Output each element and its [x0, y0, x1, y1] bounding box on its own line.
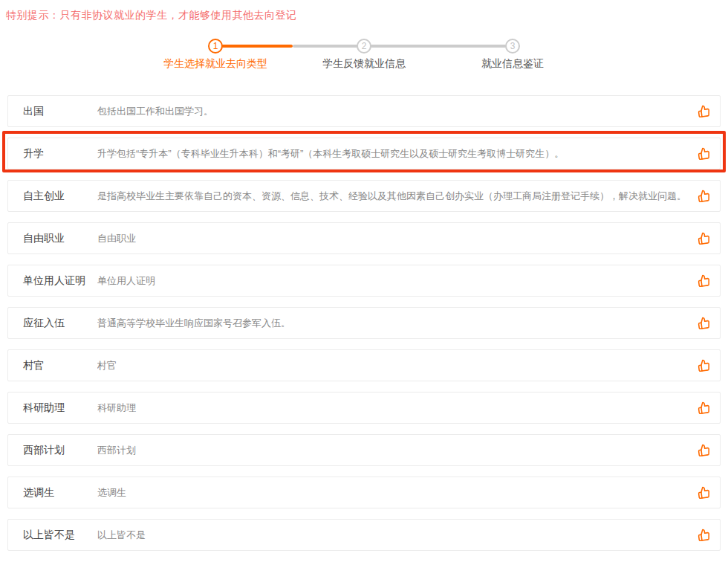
- option-description: 普通高等学校毕业生响应国家号召参军入伍。: [97, 317, 687, 330]
- thumbs-up-icon: [698, 444, 710, 456]
- thumbs-up-icon: [698, 486, 710, 499]
- thumbs-up-icon: [698, 529, 710, 541]
- thumbs-up-icon: [698, 317, 710, 329]
- select-option-button[interactable]: [696, 358, 711, 373]
- special-notice: 特别提示：只有非协议就业的学生，才能够使用其他去向登记: [0, 0, 728, 22]
- destination-option-row[interactable]: 自由职业 自由职业: [7, 222, 721, 254]
- select-option-button[interactable]: [696, 485, 711, 500]
- progress-stepper: 1 学生选择就业去向类型 2 学生反馈就业信息 3 就业信息鉴证: [141, 39, 587, 76]
- thumbs-up-icon: [698, 401, 710, 414]
- step-2-feedback-info: 2 学生反馈就业信息: [290, 39, 438, 71]
- option-title: 科研助理: [23, 401, 97, 415]
- thumbs-up-icon: [698, 147, 710, 160]
- select-option-button[interactable]: [696, 231, 711, 246]
- option-description: 自由职业: [97, 232, 687, 245]
- stepper-line: [293, 45, 358, 48]
- select-option-button[interactable]: [696, 146, 711, 161]
- destination-option-row[interactable]: 以上皆不是 以上皆不是: [7, 519, 721, 551]
- destination-option-row[interactable]: 升学 升学包括“专升本”（专科毕业生升本科）和“考研”（本科生考取硕士研究生以及…: [7, 138, 721, 169]
- select-option-button[interactable]: [696, 189, 711, 204]
- step-1-circle: 1: [208, 39, 223, 54]
- select-option-button[interactable]: [696, 528, 711, 543]
- option-description: 西部计划: [97, 444, 687, 457]
- destination-option-row[interactable]: 村官 村官: [7, 349, 721, 381]
- select-option-button[interactable]: [696, 316, 711, 331]
- step-2-label: 学生反馈就业信息: [290, 57, 438, 71]
- option-description: 升学包括“专升本”（专科毕业生升本科）和“考研”（本科生考取硕士研究生以及硕士研…: [97, 147, 687, 161]
- thumbs-up-icon: [698, 105, 710, 117]
- option-description: 以上皆不是: [97, 529, 687, 542]
- option-description: 选调生: [97, 486, 687, 500]
- option-title: 升学: [23, 147, 97, 161]
- step-1-select-type: 1 学生选择就业去向类型: [141, 39, 290, 71]
- option-title: 村官: [23, 359, 97, 372]
- option-title: 西部计划: [23, 444, 97, 457]
- step-3-label: 就业信息鉴证: [438, 57, 587, 71]
- thumbs-up-icon: [698, 359, 710, 372]
- destination-option-row[interactable]: 应征入伍 普通高等学校毕业生响应国家号召参军入伍。: [7, 307, 721, 339]
- select-option-button[interactable]: [696, 401, 711, 416]
- option-title: 单位用人证明: [23, 274, 97, 288]
- thumbs-up-icon: [698, 232, 710, 245]
- select-option-button[interactable]: [696, 104, 711, 119]
- option-title: 出国: [23, 105, 97, 118]
- destination-option-row[interactable]: 出国 包括出国工作和出国学习。: [7, 95, 721, 127]
- select-option-button[interactable]: [696, 443, 711, 458]
- destination-option-row[interactable]: 科研助理 科研助理: [7, 392, 721, 424]
- destination-option-row[interactable]: 单位用人证明 单位用人证明: [7, 265, 721, 297]
- destination-option-row[interactable]: 选调生 选调生: [7, 477, 721, 508]
- destination-option-row[interactable]: 自主创业 是指高校毕业生主要依靠自己的资本、资源、信息、技术、经验以及其他因素自…: [7, 180, 721, 212]
- option-title: 以上皆不是: [23, 529, 97, 542]
- option-description: 包括出国工作和出国学习。: [97, 105, 687, 118]
- thumbs-up-icon: [698, 190, 710, 202]
- option-title: 自主创业: [23, 190, 97, 203]
- option-title: 自由职业: [23, 232, 97, 245]
- destination-options-list: 出国 包括出国工作和出国学习。 升学 升学包括“专升本”（专科毕业生升本科）和“…: [7, 95, 721, 551]
- step-2-circle: 2: [357, 39, 371, 54]
- option-title: 应征入伍: [23, 317, 97, 330]
- thumbs-up-icon: [698, 274, 710, 287]
- destination-option-row[interactable]: 西部计划 西部计划: [7, 434, 721, 466]
- select-option-button[interactable]: [696, 274, 711, 288]
- option-title: 选调生: [23, 486, 97, 500]
- option-description: 单位用人证明: [97, 274, 687, 288]
- stepper-progress-line: [221, 45, 293, 48]
- step-3-circle: 3: [505, 39, 520, 54]
- option-description: 是指高校毕业生主要依靠自己的资本、资源、信息、技术、经验以及其他因素自己创办实业…: [97, 190, 687, 203]
- option-description: 科研助理: [97, 401, 687, 415]
- step-1-label: 学生选择就业去向类型: [141, 57, 290, 71]
- step-3-verify-info: 3 就业信息鉴证: [438, 39, 587, 71]
- option-description: 村官: [97, 359, 687, 372]
- stepper-line: [370, 45, 507, 48]
